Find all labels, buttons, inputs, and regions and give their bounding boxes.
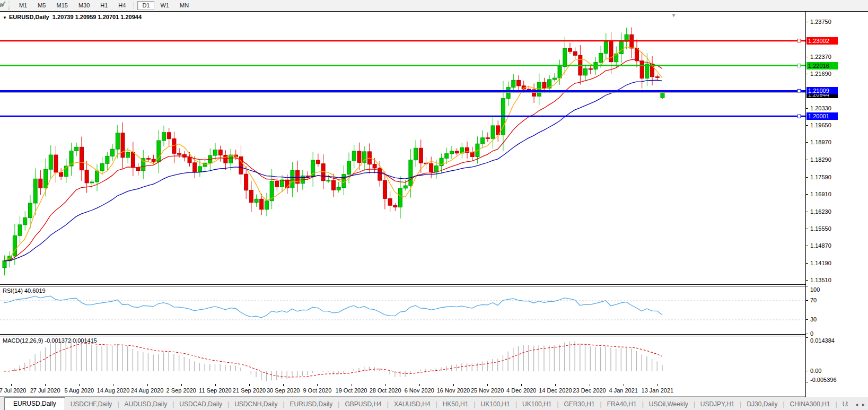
timeframe-button-group: M1M5M15M30H1H4D1W1MN bbox=[14, 1, 194, 10]
date-tick-label: 17 Jul 2020 bbox=[0, 387, 26, 394]
panel-separator[interactable] bbox=[0, 284, 868, 285]
macd-scale-label: -0.005396 bbox=[810, 377, 837, 383]
tab-audusd-daily[interactable]: AUDUSD,Daily bbox=[119, 398, 173, 410]
axis-tick-mark bbox=[806, 286, 808, 286]
timeframe-button-w1[interactable]: W1 bbox=[155, 1, 174, 10]
tab-uk100-h1[interactable]: UK100,H1 bbox=[517, 398, 557, 410]
tab-usdjpy-h1[interactable]: USDJPY,H1 bbox=[695, 398, 740, 410]
tab-eurusd-daily-active[interactable]: EURUSD,Daily bbox=[4, 397, 65, 410]
rsi-label: RSI(14) 40.6019 bbox=[3, 287, 46, 294]
tab-usdcnh-daily[interactable]: USDCNH,Daily bbox=[229, 398, 283, 410]
axis-tick-mark bbox=[806, 337, 808, 338]
tab-uk100-h1[interactable]: UK100,H1 bbox=[476, 398, 515, 410]
toolbar: ▼ M1M5M15M30H1H4D1W1MN bbox=[0, 0, 868, 12]
time-tick-mark bbox=[147, 384, 148, 386]
axis-tick-mark bbox=[806, 22, 808, 22]
time-tick-mark bbox=[113, 384, 113, 386]
date-tick-label: 13 Jan 2021 bbox=[642, 387, 674, 394]
tab-xauusd-h4[interactable]: XAUUSD,H4 bbox=[389, 398, 436, 410]
axis-tick-mark bbox=[806, 142, 808, 143]
rsi-canvas[interactable] bbox=[0, 286, 805, 334]
chart-tab-bar: EURUSD,DailyUSDCHF,Daily|AUDUSD,Daily|US… bbox=[0, 396, 868, 410]
macd-label: MACD(12,26,9) -0.001372 0.001415 bbox=[3, 337, 97, 344]
price-chart-panel[interactable]: ▼EURUSD,Daily 1.20739 1.20959 1.20701 1.… bbox=[0, 12, 805, 284]
date-tick-label: 27 Jul 2020 bbox=[30, 387, 60, 394]
time-tick-mark bbox=[317, 384, 318, 386]
axis-tick-mark bbox=[806, 334, 808, 334]
tab-scroll-left-icon[interactable]: ◂ bbox=[855, 402, 858, 407]
price-level-label-1.22016[interactable]: 1.22016 bbox=[806, 62, 838, 69]
axis-tick-mark bbox=[806, 57, 808, 57]
date-tick-label: 6 Nov 2020 bbox=[405, 387, 434, 394]
timeframe-button-h4[interactable]: H4 bbox=[113, 1, 130, 10]
axis-tick-mark bbox=[806, 194, 808, 195]
time-tick-mark bbox=[249, 384, 250, 386]
rsi-line bbox=[4, 296, 662, 318]
price-tick-label: 1.19650 bbox=[810, 122, 831, 128]
price-level-label-1.23002[interactable]: 1.23002 bbox=[806, 37, 838, 45]
price-tick-label: 1.18970 bbox=[810, 139, 831, 145]
price-level-label-1.21009[interactable]: 1.21009 bbox=[806, 87, 838, 94]
price-tick-label: 1.17590 bbox=[810, 174, 831, 180]
price-tick-label: 1.23750 bbox=[810, 19, 831, 25]
tab-usoil-weekly[interactable]: USOil,Weekly bbox=[644, 398, 694, 410]
time-tick-mark bbox=[215, 384, 216, 386]
time-tick-mark bbox=[657, 384, 658, 386]
tab-eurusd-daily[interactable]: EURUSD,Daily bbox=[285, 398, 338, 410]
timeframe-button-m15[interactable]: M15 bbox=[51, 1, 72, 10]
axis-tick-mark bbox=[806, 319, 808, 320]
tab-china300-h1[interactable]: CHINA300,H1 bbox=[785, 398, 836, 410]
chart-window: ▼EURUSD,Daily 1.20739 1.20959 1.20701 1.… bbox=[0, 11, 868, 397]
candlestick-canvas[interactable] bbox=[0, 12, 805, 284]
tab-hk50-h1[interactable]: HK50,H1 bbox=[437, 398, 474, 410]
macd-panel[interactable]: MACD(12,26,9) -0.001372 0.001415 bbox=[0, 336, 805, 385]
timeframe-button-d1[interactable]: D1 bbox=[137, 1, 154, 10]
tab-usdcad-daily[interactable]: USDCAD,Daily bbox=[174, 398, 227, 410]
time-tick-mark bbox=[624, 384, 624, 386]
symbol-caret-icon[interactable]: ▼ bbox=[3, 15, 7, 20]
price-level-label-1.20001[interactable]: 1.20001 bbox=[806, 112, 838, 120]
tab-scroll-right-icon[interactable]: ▸ bbox=[862, 402, 865, 407]
date-tick-label: 2 Sep 2020 bbox=[166, 387, 196, 394]
axis-tick-mark bbox=[806, 74, 808, 74]
rsi-scale-label: 30 bbox=[810, 316, 817, 322]
time-axis[interactable]: 17 Jul 202027 Jul 20205 Aug 202014 Aug 2… bbox=[0, 384, 805, 397]
timeframe-button-m30[interactable]: M30 bbox=[74, 1, 94, 10]
price-tick-label: 1.20330 bbox=[810, 105, 831, 111]
cursor-tool-icon[interactable] bbox=[0, 0, 6, 8]
axis-tick-mark bbox=[806, 125, 808, 126]
chart-shift-marker-icon[interactable]: ▼ bbox=[671, 13, 676, 18]
price-tick-label: 1.16230 bbox=[810, 208, 831, 215]
tab-dj30-daily[interactable]: DJ30,Daily bbox=[741, 398, 783, 410]
axis-tick-mark bbox=[806, 177, 808, 178]
date-tick-label: 14 Aug 2020 bbox=[97, 387, 130, 394]
date-tick-label: 4 Jan 2021 bbox=[609, 387, 637, 394]
price-tick-label: 1.15550 bbox=[810, 225, 831, 232]
tab-usdchf-daily[interactable]: USDCHF,Daily bbox=[65, 398, 118, 410]
date-tick-label: 30 Sep 2020 bbox=[267, 387, 300, 394]
axis-tick-mark bbox=[806, 229, 808, 229]
price-tick-label: 1.13510 bbox=[810, 277, 831, 283]
date-tick-label: 21 Sep 2020 bbox=[233, 387, 266, 394]
axis-tick-mark bbox=[806, 212, 808, 212]
macd-canvas[interactable] bbox=[0, 336, 805, 384]
tab-ger30-h1[interactable]: GER30,H1 bbox=[559, 398, 600, 410]
date-tick-label: 4 Dec 2020 bbox=[506, 387, 536, 394]
tab-fra40-h1[interactable]: FRA40,H1 bbox=[602, 398, 642, 410]
rsi-scale-label: 100 bbox=[810, 286, 820, 293]
tab-gbpusd-h4[interactable]: GBPUSD,H4 bbox=[339, 398, 387, 410]
timeframe-button-h1[interactable]: H1 bbox=[95, 1, 112, 10]
timeframe-button-mn[interactable]: MN bbox=[175, 1, 194, 10]
rsi-panel[interactable]: RSI(14) 40.6019 bbox=[0, 286, 805, 335]
time-tick-mark bbox=[283, 384, 284, 386]
axis-tick-mark bbox=[806, 246, 808, 246]
axis-tick-mark bbox=[806, 263, 808, 264]
timeframe-button-m5[interactable]: M5 bbox=[33, 1, 50, 10]
time-tick-mark bbox=[487, 384, 488, 386]
timeframe-button-m1[interactable]: M1 bbox=[14, 1, 32, 10]
macd-scale-label: 0.014384 bbox=[810, 337, 835, 344]
price-axis[interactable]: 1.237501.223701.216901.203301.196501.189… bbox=[805, 12, 868, 397]
toolbar-separator bbox=[134, 2, 134, 10]
price-tick-label: 1.21690 bbox=[810, 71, 831, 77]
date-tick-label: 19 Oct 2020 bbox=[336, 387, 367, 394]
